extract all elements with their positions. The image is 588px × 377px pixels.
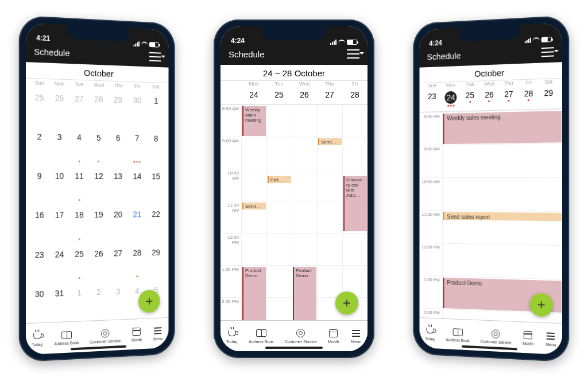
- day-date[interactable]: 27: [499, 89, 519, 105]
- day-cell[interactable]: 26: [89, 243, 109, 282]
- month-grid[interactable]: 2526272829301234567891011121314151617181…: [26, 87, 169, 323]
- day-cell[interactable]: 22: [146, 204, 165, 242]
- time-slot[interactable]: [342, 201, 368, 233]
- day-cell[interactable]: 30: [127, 90, 146, 128]
- day-cell[interactable]: 19: [89, 204, 109, 243]
- tab-customer-service[interactable]: Customer Service: [90, 327, 121, 344]
- time-slot[interactable]: [342, 105, 368, 137]
- day-cell[interactable]: 24: [49, 243, 69, 283]
- time-slot[interactable]: [317, 105, 342, 137]
- tab-menu[interactable]: Menu: [350, 328, 362, 344]
- day-cell[interactable]: 20: [109, 204, 127, 243]
- tab-address-book[interactable]: Address Book: [249, 328, 274, 344]
- day-cell[interactable]: 5: [89, 127, 109, 166]
- day-cell[interactable]: 3: [109, 281, 127, 320]
- day-date[interactable]: 26: [479, 90, 499, 106]
- time-slot[interactable]: [241, 298, 266, 320]
- day-cell[interactable]: 28: [89, 88, 109, 127]
- time-slot[interactable]: Call…: [266, 169, 292, 201]
- day-cell[interactable]: 18: [69, 204, 89, 243]
- day-cell[interactable]: 29: [109, 89, 127, 128]
- day-cell[interactable]: 21: [127, 204, 146, 243]
- day-date[interactable]: 28: [519, 88, 539, 104]
- tab-month[interactable]: Month: [523, 329, 534, 345]
- day-cell[interactable]: 15: [146, 166, 165, 204]
- time-slot[interactable]: [241, 169, 266, 201]
- time-slot[interactable]: Product Demo: [241, 266, 266, 297]
- day-time-grid[interactable]: 8:00 AMWeekly sales meeting9:00 AM10:00 …: [419, 108, 562, 322]
- time-slot[interactable]: [342, 137, 368, 169]
- day-cell[interactable]: 2: [29, 126, 49, 165]
- time-slot[interactable]: [442, 177, 562, 211]
- day-cell[interactable]: 26: [49, 87, 69, 127]
- time-slot[interactable]: [241, 137, 266, 169]
- time-slot[interactable]: [292, 105, 317, 137]
- tab-address-book[interactable]: Address Book: [446, 326, 469, 343]
- time-slot[interactable]: [292, 137, 317, 169]
- day-cell[interactable]: 29: [146, 242, 165, 280]
- week-date[interactable]: 25: [266, 90, 292, 99]
- day-cell[interactable]: 14: [127, 166, 146, 204]
- day-cell[interactable]: 2: [89, 281, 109, 320]
- time-slot[interactable]: [266, 105, 292, 137]
- tab-menu[interactable]: Menu: [153, 325, 164, 341]
- week-date[interactable]: 27: [317, 90, 342, 99]
- time-slot[interactable]: [292, 298, 317, 320]
- view-switch-icon[interactable]: [347, 49, 359, 59]
- time-slot[interactable]: [266, 234, 292, 265]
- day-cell[interactable]: 11: [69, 165, 89, 204]
- event[interactable]: Send…: [242, 203, 266, 209]
- day-cell[interactable]: 23: [29, 244, 49, 283]
- time-slot[interactable]: [241, 234, 266, 265]
- day-cell[interactable]: 30: [29, 283, 49, 323]
- time-slot[interactable]: [317, 169, 342, 201]
- day-cell[interactable]: 25: [69, 243, 89, 282]
- day-cell[interactable]: 4: [69, 127, 89, 166]
- day-cell[interactable]: 16: [29, 204, 49, 244]
- tab-month[interactable]: Month: [131, 326, 142, 342]
- time-slot[interactable]: [266, 137, 292, 169]
- week-dates-row[interactable]: 2425262728: [220, 87, 368, 104]
- day-cell[interactable]: 27: [109, 242, 127, 281]
- day-date[interactable]: 25: [461, 90, 479, 106]
- view-switch-icon[interactable]: [541, 46, 554, 56]
- day-cell[interactable]: 28: [127, 242, 146, 281]
- day-date[interactable]: 29: [539, 88, 559, 104]
- tab-today[interactable]: Today: [226, 328, 238, 344]
- time-slot[interactable]: Send…: [317, 137, 342, 169]
- event[interactable]: Send…: [318, 138, 342, 145]
- day-cell[interactable]: 17: [49, 204, 69, 243]
- time-slot[interactable]: [317, 266, 342, 297]
- day-cell[interactable]: 7: [127, 128, 146, 166]
- time-slot[interactable]: Weekly sales meeting: [241, 105, 266, 137]
- tab-month[interactable]: Month: [328, 328, 339, 344]
- time-slot[interactable]: [342, 234, 368, 265]
- day-cell[interactable]: 1: [146, 90, 165, 129]
- day-date[interactable]: 23: [423, 91, 442, 107]
- time-slot[interactable]: Weekly sales meeting: [442, 109, 562, 144]
- day-cell[interactable]: 27: [69, 88, 89, 127]
- day-cell[interactable]: 25: [29, 87, 49, 126]
- day-cell[interactable]: 8: [146, 128, 165, 166]
- week-date[interactable]: 24: [241, 90, 266, 99]
- time-slot[interactable]: Discove ry call with ABC…: [342, 169, 368, 201]
- day-cell[interactable]: 13: [109, 166, 127, 204]
- day-cell[interactable]: 3: [49, 126, 69, 165]
- week-time-grid[interactable]: 8:00 AMWeekly sales meeting9:00 AMSend…1…: [220, 104, 368, 320]
- time-slot[interactable]: [317, 201, 342, 233]
- day-date[interactable]: 24: [442, 91, 461, 107]
- tab-menu[interactable]: Menu: [545, 331, 556, 347]
- time-slot[interactable]: [442, 243, 562, 279]
- time-slot[interactable]: [292, 234, 317, 265]
- tab-today[interactable]: Today: [32, 331, 43, 347]
- day-cell[interactable]: 10: [49, 165, 69, 204]
- day-cell[interactable]: 6: [109, 127, 127, 166]
- day-cell[interactable]: 12: [89, 166, 109, 204]
- event[interactable]: Call…: [268, 176, 291, 183]
- time-slot[interactable]: Product Demo: [292, 266, 317, 297]
- tab-customer-service[interactable]: Customer Service: [480, 328, 511, 345]
- week-date[interactable]: 26: [292, 90, 317, 99]
- time-slot[interactable]: [292, 169, 317, 201]
- tab-today[interactable]: Today: [424, 325, 435, 341]
- time-slot[interactable]: [266, 298, 292, 320]
